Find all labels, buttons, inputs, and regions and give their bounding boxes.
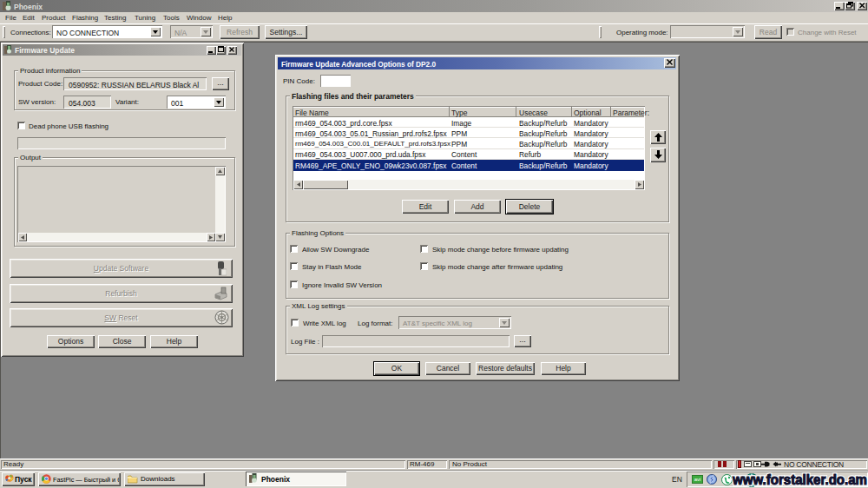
- svg-text:www.forstalker.do.am: www.forstalker.do.am: [732, 472, 867, 487]
